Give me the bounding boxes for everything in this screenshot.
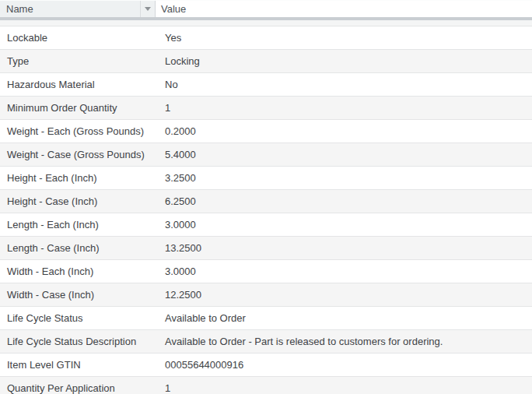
column-header-name[interactable]: Name: [0, 1, 156, 17]
table-body: Lockable Yes Type Locking Hazardous Mate…: [0, 26, 532, 394]
table-row[interactable]: Width - Case (Inch) 12.2500: [0, 283, 532, 307]
property-name-cell: Life Cycle Status: [0, 307, 156, 329]
column-header-name-label: Name: [6, 3, 33, 15]
table-row[interactable]: Type Locking: [0, 50, 532, 73]
grid-header: Name Value: [0, 0, 532, 17]
property-value-cell: 1: [156, 377, 532, 394]
property-name-cell: Length - Case (Inch): [0, 237, 156, 259]
property-value-cell: 12.2500: [156, 283, 532, 306]
table-row[interactable]: Width - Each (Inch) 3.0000: [0, 260, 532, 283]
property-name-cell: Width - Case (Inch): [0, 283, 156, 306]
name-filter-dropdown-button[interactable]: [140, 1, 155, 17]
property-name-cell: Weight - Each (Gross Pounds): [0, 120, 156, 142]
property-value-cell: 5.4000: [156, 143, 532, 166]
caret-down-icon: [145, 7, 151, 11]
property-name-cell: Quantity Per Application: [0, 377, 156, 394]
property-value-cell: Available to Order: [156, 307, 532, 329]
table-row[interactable]: Quantity Per Application 1: [0, 377, 532, 394]
property-name-cell: Weight - Case (Gross Pounds): [0, 143, 156, 166]
column-header-value-label: Value: [161, 3, 186, 15]
property-value-cell: No: [156, 73, 532, 96]
header-strip: [0, 20, 532, 26]
table-row[interactable]: Item Level GTIN 00055644000916: [0, 354, 532, 377]
property-value-cell: 3.0000: [156, 260, 532, 283]
property-value-cell: 0.2000: [156, 120, 532, 142]
table-row[interactable]: Life Cycle Status Description Available …: [0, 330, 532, 354]
property-name-cell: Hazardous Material: [0, 73, 156, 96]
property-value-cell: Locking: [156, 50, 532, 72]
property-name-cell: Minimum Order Quantity: [0, 97, 156, 119]
property-name-cell: Height - Each (Inch): [0, 167, 156, 189]
property-value-cell: 6.2500: [156, 190, 532, 213]
table-row[interactable]: Length - Each (Inch) 3.0000: [0, 213, 532, 237]
property-name-cell: Life Cycle Status Description: [0, 330, 156, 353]
table-row[interactable]: Life Cycle Status Available to Order: [0, 307, 532, 330]
property-grid: Name Value Lockable Yes Type Locking Haz…: [0, 0, 532, 394]
property-value-cell: Yes: [156, 26, 532, 49]
property-name-cell: Height - Case (Inch): [0, 190, 156, 213]
property-value-cell: 13.2500: [156, 237, 532, 259]
property-name-cell: Width - Each (Inch): [0, 260, 156, 283]
table-row[interactable]: Weight - Case (Gross Pounds) 5.4000: [0, 143, 532, 167]
table-row[interactable]: Hazardous Material No: [0, 73, 532, 97]
property-value-cell: 1: [156, 97, 532, 119]
table-row[interactable]: Height - Each (Inch) 3.2500: [0, 167, 532, 190]
table-row[interactable]: Height - Case (Inch) 6.2500: [0, 190, 532, 213]
table-row[interactable]: Length - Case (Inch) 13.2500: [0, 237, 532, 260]
property-name-cell: Length - Each (Inch): [0, 213, 156, 236]
column-header-value[interactable]: Value: [156, 1, 532, 17]
property-name-cell: Lockable: [0, 26, 156, 49]
property-value-cell: 3.0000: [156, 213, 532, 236]
table-row[interactable]: Lockable Yes: [0, 26, 532, 50]
property-name-cell: Item Level GTIN: [0, 354, 156, 376]
property-name-cell: Type: [0, 50, 156, 72]
property-value-cell: Available to Order - Part is released to…: [156, 330, 532, 353]
property-value-cell: 00055644000916: [156, 354, 532, 376]
table-row[interactable]: Minimum Order Quantity 1: [0, 97, 532, 120]
property-value-cell: 3.2500: [156, 167, 532, 189]
table-row[interactable]: Weight - Each (Gross Pounds) 0.2000: [0, 120, 532, 143]
